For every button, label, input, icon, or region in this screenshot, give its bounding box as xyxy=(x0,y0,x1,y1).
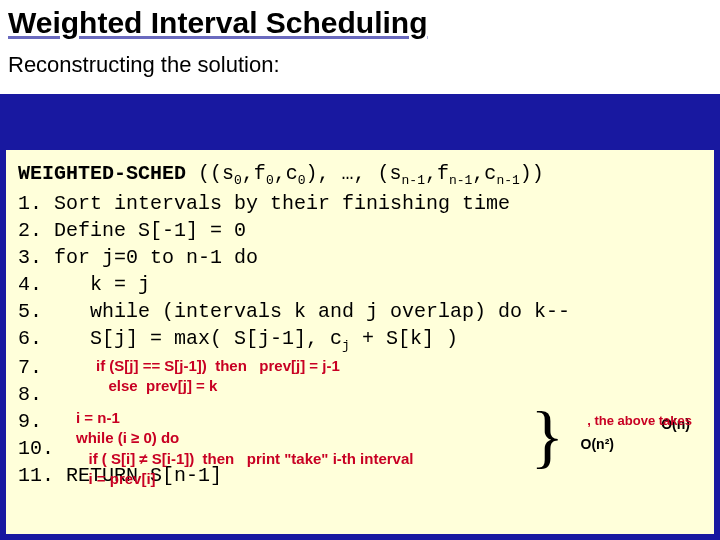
code-line-2: 2. Define S[-1] = 0 xyxy=(18,217,702,244)
code-line-1: 1. Sort intervals by their finishing tim… xyxy=(18,190,702,217)
handwritten-output: i = n-1 while (i ≥ 0) do if ( S[i] ≠ S[i… xyxy=(76,408,413,489)
header-area: Weighted Interval Scheduling Reconstruct… xyxy=(0,0,720,94)
note-on2: O(n²) xyxy=(581,435,614,454)
code-signature: WEIGHTED-SCHED ((s0,f0,c0), …, (sn-1,fn-… xyxy=(18,160,702,190)
slide-title: Weighted Interval Scheduling xyxy=(8,4,712,44)
hw-while-line: while (i ≥ 0) do xyxy=(76,428,413,448)
hw-else-line: else prev[j] = k xyxy=(96,376,340,396)
right-brace-icon: } xyxy=(530,402,564,472)
code-line-3: 3. for j=0 to n-1 do xyxy=(18,244,702,271)
code-line-5: 5. while (intervals k and j overlap) do … xyxy=(18,298,702,325)
code-line-6: 6. S[j] = max( S[j-1], cj + S[k] ) xyxy=(18,325,702,355)
hw-cond-line: if ( S[i] ≠ S[i-1]) then print "take" i-… xyxy=(76,449,413,469)
code-box: WEIGHTED-SCHED ((s0,f0,c0), …, (sn-1,fn-… xyxy=(6,150,714,534)
hw-init-line: i = n-1 xyxy=(76,408,413,428)
slide: Weighted Interval Scheduling Reconstruct… xyxy=(0,0,720,540)
func-name: WEIGHTED-SCHED xyxy=(18,162,186,185)
note-above: , the above takes xyxy=(587,412,692,430)
slide-subtitle: Reconstructing the solution: xyxy=(8,52,712,78)
code-line-4: 4. k = j xyxy=(18,271,702,298)
hw-step-line: i = prev[i] xyxy=(76,469,413,489)
hw-if-line: if (S[j] == S[j-1]) then prev[j] = j-1 xyxy=(96,356,340,376)
handwritten-prev: if (S[j] == S[j-1]) then prev[j] = j-1 e… xyxy=(96,356,340,397)
